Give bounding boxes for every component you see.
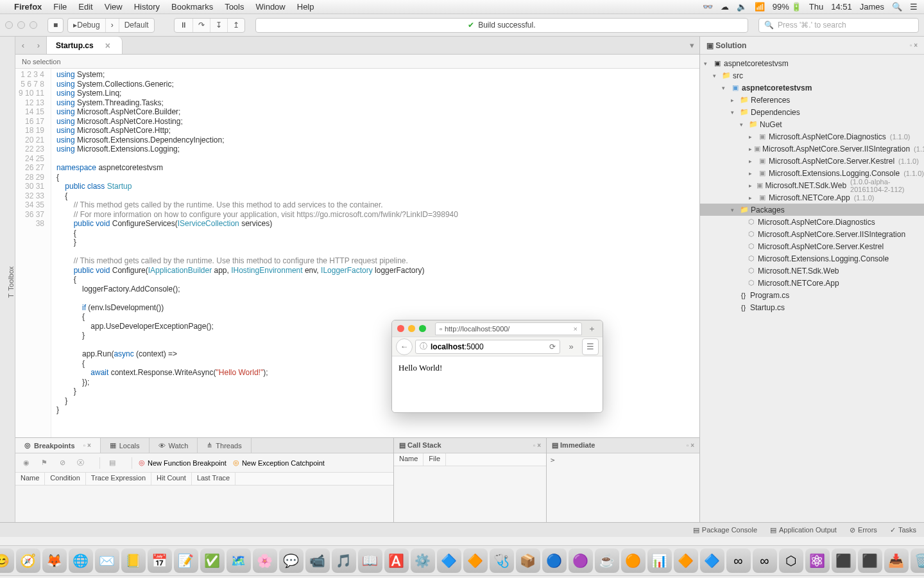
close-tab-icon[interactable]: × bbox=[105, 40, 110, 51]
dock-xamarin-icon[interactable]: ⬡ bbox=[779, 548, 803, 573]
solution-tree[interactable]: ▾▣aspnetcoretestvsm ▾📁src ▾▣aspnetcorete… bbox=[700, 55, 924, 522]
dock-app-icon[interactable]: ☕ bbox=[595, 548, 619, 573]
zoom-window-icon[interactable] bbox=[30, 21, 37, 29]
browser-window[interactable]: ▫ http://localhost:5000/ × ＋ ← ⓘ localho… bbox=[391, 320, 603, 413]
dock-maps-icon[interactable]: 🗺️ bbox=[227, 548, 251, 573]
dock-vs-icon[interactable]: ∞ bbox=[726, 548, 751, 573]
tree-package-item[interactable]: ⬡Microsoft.AspNetCore.Diagnostics bbox=[700, 216, 924, 228]
dock-chrome-icon[interactable]: 🌐 bbox=[69, 548, 93, 573]
menu-history[interactable]: History bbox=[134, 2, 160, 12]
dock-app-icon[interactable]: 🔷 bbox=[700, 548, 724, 573]
tree-package-item[interactable]: ⬡Microsoft.AspNetCore.Server.Kestrel bbox=[700, 240, 924, 252]
step-over-button[interactable]: ↷ bbox=[193, 19, 210, 32]
tree-solution-root[interactable]: ▾▣aspnetcoretestvsm bbox=[700, 57, 924, 69]
dock-downloads-icon[interactable]: 📥 bbox=[884, 548, 909, 573]
col-hit-count[interactable]: Hit Count bbox=[151, 473, 192, 485]
dock-contacts-icon[interactable]: 📒 bbox=[121, 548, 146, 573]
dock-facetime-icon[interactable]: 📹 bbox=[305, 548, 330, 573]
tree-file-startup[interactable]: {}Startup.cs bbox=[700, 301, 924, 313]
col-condition[interactable]: Condition bbox=[45, 473, 85, 485]
new-func-bp-button[interactable]: ◎New Function Breakpoint bbox=[139, 459, 227, 467]
tree-nuget-pkg[interactable]: ▸▣Microsoft.NETCore.App(1.1.0) bbox=[700, 191, 924, 204]
dock-atom-icon[interactable]: ⚛️ bbox=[805, 548, 830, 573]
tree-nuget-pkg[interactable]: ▸▣Microsoft.AspNetCore.Diagnostics(1.1.0… bbox=[700, 130, 924, 143]
tree-package-item[interactable]: ⬡Microsoft.Extensions.Logging.Console bbox=[700, 252, 924, 265]
dock-app-icon[interactable]: 🟣 bbox=[569, 548, 593, 573]
status-wifi-icon[interactable]: 📶 bbox=[755, 2, 765, 12]
tab-threads[interactable]: ⋔ Threads bbox=[198, 438, 251, 453]
close-window-icon[interactable] bbox=[5, 21, 13, 29]
browser-close-icon[interactable] bbox=[397, 325, 404, 332]
spotlight-icon[interactable]: 🔍 bbox=[892, 2, 902, 12]
tree-project[interactable]: ▾▣aspnetcoretestvsm bbox=[700, 82, 924, 94]
tab-overflow-icon[interactable]: ▾ bbox=[685, 40, 699, 50]
status-glasses-icon[interactable]: 👓 bbox=[703, 2, 713, 12]
menu-tools[interactable]: Tools bbox=[225, 2, 244, 12]
tree-nuget-pkg[interactable]: ▸▣Microsoft.AspNetCore.Server.Kestrel(1.… bbox=[700, 155, 924, 167]
menu-bookmarks[interactable]: Bookmarks bbox=[171, 2, 213, 12]
tree-nuget[interactable]: ▾📁NuGet bbox=[700, 118, 924, 130]
status-tasks[interactable]: ✓ Tasks bbox=[890, 526, 916, 534]
browser-back-button[interactable]: ← bbox=[396, 338, 413, 355]
status-time[interactable]: 14:51 bbox=[831, 2, 852, 12]
status-app-output[interactable]: ▤ Application Output bbox=[770, 526, 837, 534]
dock-terminal-icon[interactable]: ⬛ bbox=[832, 548, 856, 573]
address-bar[interactable]: ⓘ localhost:5000 ⟳ bbox=[415, 340, 560, 354]
dock-vs-icon[interactable]: ∞ bbox=[753, 548, 777, 573]
dock-safari-icon[interactable]: 🧭 bbox=[16, 548, 40, 573]
immediate-prompt[interactable]: > bbox=[547, 453, 699, 467]
bp-delete-icon[interactable]: ⓧ bbox=[74, 458, 86, 468]
step-in-button[interactable]: ↧ bbox=[210, 19, 228, 32]
bp-toggle-icon[interactable]: ◉ bbox=[21, 459, 32, 467]
step-out-button[interactable]: ↥ bbox=[228, 19, 244, 32]
overflow-icon[interactable]: » bbox=[563, 338, 579, 355]
close-tab-icon[interactable]: × bbox=[574, 325, 578, 333]
dock-app-icon[interactable]: 🔷 bbox=[437, 548, 461, 573]
app-menu[interactable]: Firefox bbox=[14, 2, 42, 12]
tree-src[interactable]: ▾📁src bbox=[700, 69, 924, 82]
dock-mail-icon[interactable]: ✉️ bbox=[95, 548, 119, 573]
dock-app-icon[interactable]: 📦 bbox=[516, 548, 540, 573]
tree-nuget-pkg[interactable]: ▸▣Microsoft.NET.Sdk.Web(1.0.0-alpha-2016… bbox=[700, 179, 924, 191]
tree-references[interactable]: ▸📁References bbox=[700, 94, 924, 106]
reload-icon[interactable]: ⟳ bbox=[549, 342, 556, 351]
dock-app-icon[interactable]: 🩺 bbox=[490, 548, 514, 573]
dock-notes-icon[interactable]: 📝 bbox=[174, 548, 198, 573]
cs-col-name[interactable]: Name bbox=[394, 453, 424, 466]
tab-watch[interactable]: 👁 Watch bbox=[150, 438, 198, 453]
dock-finder-icon[interactable]: 😊 bbox=[0, 548, 14, 573]
tree-package-item[interactable]: ⬡Microsoft.NETCore.App bbox=[700, 277, 924, 289]
tree-package-item[interactable]: ⬡Microsoft.NET.Sdk.Web bbox=[700, 265, 924, 277]
breadcrumb[interactable]: No selection bbox=[15, 55, 699, 69]
dock-photos-icon[interactable]: 🌸 bbox=[253, 548, 277, 573]
dock-reminders-icon[interactable]: ✅ bbox=[200, 548, 225, 573]
dock-ibooks-icon[interactable]: 📖 bbox=[358, 548, 382, 573]
tree-packages[interactable]: ▾📁Packages bbox=[700, 204, 924, 216]
status-day[interactable]: Thu bbox=[809, 2, 823, 12]
dock-app-icon[interactable]: 🔵 bbox=[542, 548, 567, 573]
dock-appstore-icon[interactable]: 🅰️ bbox=[384, 548, 409, 573]
tree-file-program[interactable]: {}Program.cs bbox=[700, 289, 924, 301]
cs-col-file[interactable]: File bbox=[424, 453, 446, 466]
dock-app-icon[interactable]: 🟠 bbox=[621, 548, 646, 573]
menu-edit[interactable]: Edit bbox=[78, 2, 92, 12]
tree-dependencies[interactable]: ▾📁Dependencies bbox=[700, 106, 924, 118]
menu-extras-icon[interactable]: ☰ bbox=[910, 2, 918, 12]
tab-breakpoints[interactable]: ◎ Breakpoints▫ × bbox=[15, 438, 101, 453]
new-tab-button[interactable]: ＋ bbox=[586, 323, 597, 335]
menu-file[interactable]: File bbox=[53, 2, 67, 12]
dock-trash-icon[interactable]: 🗑️ bbox=[911, 548, 925, 573]
run-config-selector[interactable]: ▸ Debug › Default bbox=[67, 18, 154, 33]
solution-panel-controls[interactable]: ▫ × bbox=[910, 42, 918, 49]
window-traffic-lights[interactable] bbox=[5, 21, 37, 29]
stop-button[interactable]: ■ bbox=[47, 18, 64, 33]
menu-window[interactable]: Window bbox=[256, 2, 286, 12]
menu-icon[interactable]: ☰ bbox=[582, 338, 599, 355]
col-trace-expr[interactable]: Trace Expression bbox=[86, 473, 151, 485]
status-cloud-icon[interactable]: ☁ bbox=[721, 2, 729, 12]
rail-toolbox[interactable]: T Toolbox bbox=[7, 267, 15, 298]
col-last-trace[interactable]: Last Trace bbox=[192, 473, 235, 485]
status-user[interactable]: James bbox=[860, 2, 884, 12]
dock-settings-icon[interactable]: ⚙️ bbox=[411, 548, 435, 573]
dock-app-icon[interactable]: 📊 bbox=[647, 548, 672, 573]
